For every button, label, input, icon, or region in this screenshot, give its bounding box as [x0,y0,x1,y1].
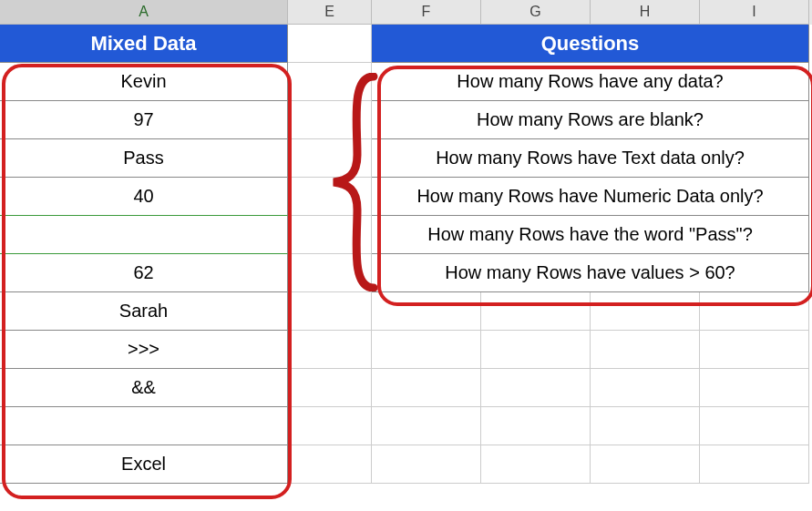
data-row: Kevin How many Rows have any data? [0,63,812,101]
mixed-data-header[interactable]: Mixed Data [0,25,288,63]
col-header-E[interactable]: E [288,0,372,25]
cell-blank[interactable] [591,331,700,369]
mixed-data-cell[interactable] [0,216,288,254]
data-row: 62 How many Rows have values > 60? [0,254,812,292]
mixed-data-cell[interactable]: Excel [0,445,288,484]
questions-header[interactable]: Questions [372,25,809,63]
cell-blank[interactable] [372,407,481,445]
cell-E1[interactable] [288,25,372,63]
cell-blank[interactable] [288,178,372,216]
cell-blank[interactable] [288,369,372,407]
mixed-data-cell[interactable]: Kevin [0,63,288,101]
cell-blank[interactable] [591,292,700,331]
mixed-data-cell[interactable]: && [0,369,288,407]
data-row: && [0,369,812,407]
header-row: Mixed Data Questions [0,25,812,63]
cell-blank[interactable] [481,407,591,445]
cell-blank[interactable] [481,331,591,369]
cell-blank[interactable] [700,369,809,407]
data-row [0,407,812,445]
cell-blank[interactable] [372,292,481,331]
mixed-data-cell[interactable] [0,407,288,445]
col-header-H[interactable]: H [591,0,700,25]
mixed-data-cell[interactable]: 62 [0,254,288,292]
question-cell[interactable]: How many Rows have Numeric Data only? [372,178,809,216]
column-header-row: A E F G H I [0,0,812,25]
data-row: Excel [0,445,812,484]
data-row: 40 How many Rows have Numeric Data only? [0,178,812,216]
question-cell[interactable]: How many Rows are blank? [372,101,809,139]
cell-blank[interactable] [372,445,481,484]
mixed-data-cell[interactable]: >>> [0,331,288,369]
cell-blank[interactable] [481,445,591,484]
cell-blank[interactable] [591,445,700,484]
cell-blank[interactable] [288,292,372,331]
mixed-data-cell[interactable]: Pass [0,139,288,178]
mixed-data-cell[interactable]: 40 [0,178,288,216]
col-header-A[interactable]: A [0,0,288,25]
cell-blank[interactable] [288,254,372,292]
question-cell[interactable]: How many Rows have values > 60? [372,254,809,292]
cell-blank[interactable] [700,407,809,445]
data-row: Pass How many Rows have Text data only? [0,139,812,178]
question-cell[interactable]: How many Rows have any data? [372,63,809,101]
cell-blank[interactable] [700,331,809,369]
col-header-F[interactable]: F [372,0,481,25]
data-row: >>> [0,331,812,369]
cell-blank[interactable] [288,139,372,178]
question-cell[interactable]: How many Rows have the word "Pass"? [372,216,809,254]
cell-blank[interactable] [481,369,591,407]
mixed-data-cell[interactable]: 97 [0,101,288,139]
cell-blank[interactable] [288,63,372,101]
cell-blank[interactable] [481,292,591,331]
cell-blank[interactable] [288,101,372,139]
cell-blank[interactable] [372,369,481,407]
data-row: Sarah [0,292,812,331]
col-header-I[interactable]: I [700,0,809,25]
data-row: How many Rows have the word "Pass"? [0,216,812,254]
cell-blank[interactable] [700,445,809,484]
cell-blank[interactable] [288,216,372,254]
cell-blank[interactable] [288,445,372,484]
cell-blank[interactable] [372,331,481,369]
mixed-data-cell[interactable]: Sarah [0,292,288,331]
spreadsheet: A E F G H I Mixed Data Questions Kevin H… [0,0,812,511]
question-cell[interactable]: How many Rows have Text data only? [372,139,809,178]
col-header-G[interactable]: G [481,0,591,25]
cell-blank[interactable] [591,369,700,407]
cell-blank[interactable] [591,407,700,445]
cell-blank[interactable] [288,331,372,369]
cell-blank[interactable] [700,292,809,331]
data-row: 97 How many Rows are blank? [0,101,812,139]
cell-blank[interactable] [288,407,372,445]
